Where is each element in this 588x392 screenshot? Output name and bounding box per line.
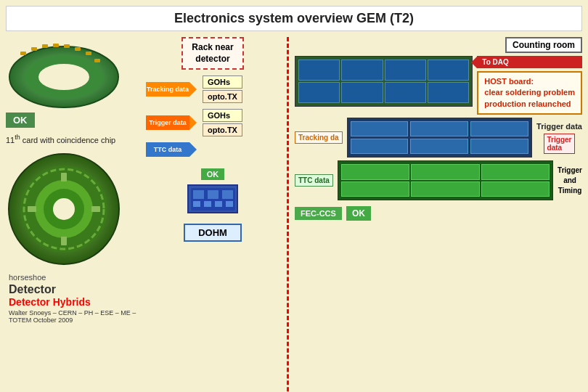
ok-label: OK: [6, 113, 35, 128]
ok-dohm-area: OK DOHM: [146, 168, 279, 242]
fec-ccs-label: FEC-CCS: [295, 207, 342, 220]
svg-rect-18: [91, 206, 100, 212]
host-board-image: [295, 56, 473, 107]
left-section: OK 11th card with coincidence chip: [6, 37, 140, 392]
svg-rect-10: [94, 59, 100, 62]
vertical-divider: [287, 37, 289, 392]
svg-rect-19: [61, 173, 67, 181]
dohm-image: [187, 184, 238, 213]
ok-center-label: OK: [201, 168, 225, 180]
gem-ring-bottom-area: [6, 151, 137, 267]
svg-rect-24: [222, 190, 233, 199]
trigger-data-arrow: Trigger data: [146, 115, 189, 130]
tracking-data-flow: Tracking data GOHs opto.TX: [146, 75, 279, 103]
optotx-label-2: opto.TX: [203, 123, 242, 136]
ok-final-label: OK: [346, 206, 371, 221]
tracking-da-label: Tracking da: [295, 131, 343, 144]
dohm-label: DOHM: [184, 224, 242, 242]
trigger-label: Trigger data: [544, 134, 576, 154]
svg-point-16: [53, 198, 75, 220]
svg-rect-6: [53, 44, 59, 47]
gohs-label-2: GOHs: [203, 109, 242, 122]
right-panel: Counting room To DAQ: [290, 37, 582, 392]
svg-rect-27: [215, 201, 222, 207]
detector-label-area: horseshoe Detector Detector Hybrids Walt…: [6, 273, 137, 324]
counting-header: Counting room: [295, 37, 582, 53]
svg-rect-8: [75, 47, 81, 51]
svg-rect-28: [226, 201, 233, 207]
ttc-data-right-label: TTC data: [295, 174, 333, 187]
trigger-data-flow: Trigger data GOHs opto.TX: [146, 109, 279, 136]
svg-rect-22: [193, 190, 204, 199]
footer-text: Walter Snoeys – CERN – PH – ESE – ME –TO…: [9, 309, 137, 324]
bottom-boards-area: TTC data Trigger and Timing: [295, 160, 582, 200]
mid-boards-area: Tracking da Trigger data Trigger data: [295, 118, 582, 158]
svg-rect-5: [42, 44, 48, 48]
gem-ring-bottom: [6, 151, 122, 267]
counting-room-label: Counting room: [505, 37, 582, 53]
svg-rect-4: [31, 47, 37, 51]
timing-board-image: [338, 160, 553, 200]
host-board-notice: HOST board: clear soldering problem prod…: [477, 71, 582, 115]
ttc-data-arrow: TTC data: [146, 142, 189, 157]
svg-rect-20: [61, 237, 67, 245]
gohs-label-1: GOHs: [203, 75, 242, 89]
detector-hybrids-label: Detector Hybrids: [9, 296, 137, 308]
main-container: Electronics system overview GEM (T2): [0, 0, 588, 392]
svg-rect-25: [193, 201, 200, 207]
detector-label: Detector: [9, 283, 137, 296]
center-panel: Rack near detector Tracking data GOHs op…: [140, 37, 285, 392]
page-title: Electronics system overview GEM (T2): [6, 6, 582, 31]
top-right-labels: To DAQ HOST board: clear soldering probl…: [477, 56, 582, 115]
rack-label: Rack near detector: [181, 37, 243, 70]
horseshoe-label: horseshoe: [9, 273, 137, 282]
svg-rect-23: [208, 190, 219, 199]
trigger-timing-label: Trigger and Timing: [558, 166, 582, 196]
svg-rect-9: [86, 52, 91, 55]
top-boards-area: To DAQ HOST board: clear soldering probl…: [295, 56, 582, 115]
trigger-data-right-label: Trigger data: [536, 122, 582, 131]
flow-column: Tracking data GOHs opto.TX Trigger data …: [140, 75, 285, 242]
tracking-data-arrow: Tracking data: [146, 82, 189, 97]
svg-rect-7: [64, 44, 70, 48]
svg-rect-17: [28, 206, 36, 212]
coincidence-text: 11th card with coincidence chip: [6, 134, 115, 145]
svg-point-2: [38, 64, 89, 90]
ttc-data-flow: TTC data: [146, 142, 279, 157]
svg-rect-26: [204, 201, 211, 207]
trigger-board-image: [347, 118, 532, 158]
svg-rect-3: [20, 52, 26, 55]
optotx-label-1: opto.TX: [203, 90, 242, 103]
to-daq-label: To DAQ: [477, 56, 582, 68]
content-grid: OK 11th card with coincidence chip: [6, 37, 582, 392]
gem-ring-top: [6, 37, 122, 110]
fec-ccs-area: FEC-CCS OK: [295, 206, 582, 221]
trigger-right-area: Trigger data Trigger data: [536, 122, 582, 154]
